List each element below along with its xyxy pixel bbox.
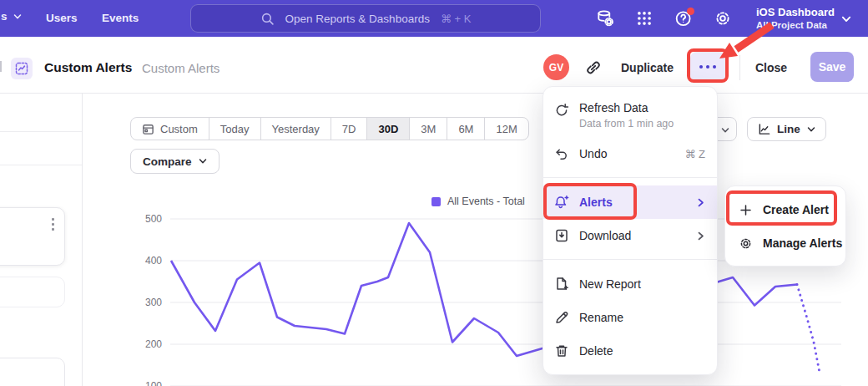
alerts-submenu: Create AlertManage Alerts (724, 185, 846, 267)
share-link-icon[interactable] (584, 58, 603, 77)
project-scope: All Project Data (756, 19, 835, 32)
header-divider (739, 55, 740, 80)
compare-label: Compare (143, 155, 192, 168)
menu-item-rename[interactable]: Rename (543, 301, 717, 334)
top-navbar: s Users Events Open Reports & Dashboards… (0, 0, 868, 37)
search-shortcut: ⌘ + K (441, 13, 472, 25)
app-window: 500400300200100 s Users Events Open Repo… (0, 0, 868, 386)
page-title: Custom Alerts (44, 60, 132, 75)
menu-item-sublabel: Data from 1 min ago (579, 118, 674, 130)
date-range-3m[interactable]: 3M (409, 118, 447, 140)
calendar-icon (142, 123, 154, 135)
apps-grid-icon[interactable] (635, 9, 654, 28)
project-name: iOS Dashboard (756, 5, 835, 19)
search-icon (260, 12, 275, 26)
settings-gear-icon[interactable] (714, 9, 732, 28)
date-range-today[interactable]: Today (209, 118, 260, 140)
menu-item-refresh-data[interactable]: Refresh DataData from 1 min ago (543, 95, 717, 137)
file-plus-icon (554, 277, 569, 292)
pencil-icon (554, 310, 569, 325)
menu-item-label: Undo (579, 147, 607, 161)
svg-text:100: 100 (145, 380, 162, 386)
svg-text:500: 500 (145, 213, 162, 225)
search-placeholder: Open Reports & Dashboards (285, 13, 430, 25)
menu-divider (543, 259, 717, 260)
notification-badge (687, 8, 694, 15)
more-options-button[interactable] (690, 52, 725, 82)
submenu-item-label: Create Alert (763, 203, 829, 216)
gear-icon (739, 236, 753, 251)
menu-item-download[interactable]: Download (543, 219, 717, 252)
nav-item-truncated-label: s (1, 10, 8, 23)
menu-item-label: Alerts (579, 196, 613, 210)
project-switcher[interactable]: iOS Dashboard All Project Data (756, 5, 835, 32)
chevron-down-icon (13, 13, 22, 21)
submenu-item-label: Manage Alerts (763, 236, 842, 250)
card-menu-icon[interactable] (52, 218, 54, 231)
dashboard-sidebar (0, 94, 83, 386)
submenu-item-create-alert[interactable]: Create Alert (725, 193, 845, 226)
date-range-custom[interactable]: Custom (131, 118, 209, 140)
help-icon[interactable] (674, 9, 693, 28)
more-options-menu: Refresh DataData from 1 min agoUndo⌘ ZAl… (542, 86, 718, 375)
date-range-yesterday[interactable]: Yesterday (260, 118, 331, 140)
chevron-down-icon (721, 126, 729, 135)
menu-item-undo[interactable]: Undo⌘ Z (543, 137, 717, 170)
duplicate-button[interactable]: Duplicate (621, 61, 674, 74)
svg-text:300: 300 (145, 297, 162, 308)
nav-item-users[interactable]: Users (46, 12, 78, 24)
legend-swatch (431, 197, 441, 206)
data-management-icon[interactable] (596, 9, 614, 28)
chevron-down-icon (841, 14, 851, 24)
refresh-icon (554, 103, 569, 118)
user-avatar[interactable]: GV (543, 54, 569, 80)
compare-button[interactable]: Compare (130, 149, 220, 174)
menu-divider (543, 177, 717, 178)
chevron-down-icon (807, 125, 815, 134)
date-range-12m[interactable]: 12M (484, 118, 527, 140)
download-icon (554, 228, 569, 243)
chevron-right-icon (696, 198, 705, 207)
report-card[interactable] (0, 277, 65, 307)
date-range-6m[interactable]: 6M (447, 118, 484, 140)
date-range-selector: CustomTodayYesterday7D30D3M6M12M (130, 117, 529, 140)
chevron-down-icon (199, 157, 207, 165)
legend-label: All Events - Total (447, 196, 525, 207)
report-card[interactable] (0, 358, 65, 386)
menu-item-new-report[interactable]: New Report (543, 267, 717, 301)
report-header: Custom Alerts Custom Alerts GV Duplicate… (0, 37, 868, 94)
search-bar[interactable]: Open Reports & Dashboards ⌘ + K (190, 4, 541, 33)
menu-item-label: Download (579, 229, 631, 243)
breadcrumb: Custom Alerts (142, 61, 220, 75)
close-button[interactable]: Close (755, 61, 787, 74)
menu-item-label: Delete (579, 344, 613, 358)
trash-icon (554, 343, 569, 358)
plus-icon (739, 203, 753, 217)
line-chart-icon (758, 123, 770, 135)
report-board-icon (11, 58, 33, 79)
keyboard-shortcut: ⌘ Z (684, 148, 705, 160)
sidebar-divider (0, 165, 82, 165)
svg-text:400: 400 (145, 255, 162, 267)
save-button[interactable]: Save (810, 52, 854, 82)
nav-item-events[interactable]: Events (102, 12, 139, 24)
chart-type-button[interactable]: Line (747, 117, 826, 141)
chart-legend: All Events - Total (431, 196, 525, 207)
chart-type-label: Line (777, 123, 800, 135)
sidebar-divider (0, 131, 82, 132)
menu-item-delete[interactable]: Delete (543, 334, 717, 368)
date-range-7d[interactable]: 7D (331, 118, 367, 140)
date-range-30d[interactable]: 30D (366, 118, 409, 140)
chevron-right-icon (696, 231, 705, 241)
svg-text:200: 200 (145, 338, 162, 350)
nav-item-truncated[interactable]: s (1, 10, 22, 23)
submenu-item-manage-alerts[interactable]: Manage Alerts (725, 226, 845, 260)
bell-plus-icon (554, 195, 569, 210)
menu-item-label: Refresh Data (579, 101, 674, 115)
menu-item-alerts[interactable]: Alerts (543, 185, 717, 219)
undo-icon (554, 146, 569, 161)
clipped-edge-element (0, 61, 2, 72)
menu-item-label: New Report (579, 277, 641, 292)
report-card[interactable] (0, 207, 65, 266)
menu-item-label: Rename (579, 311, 623, 325)
